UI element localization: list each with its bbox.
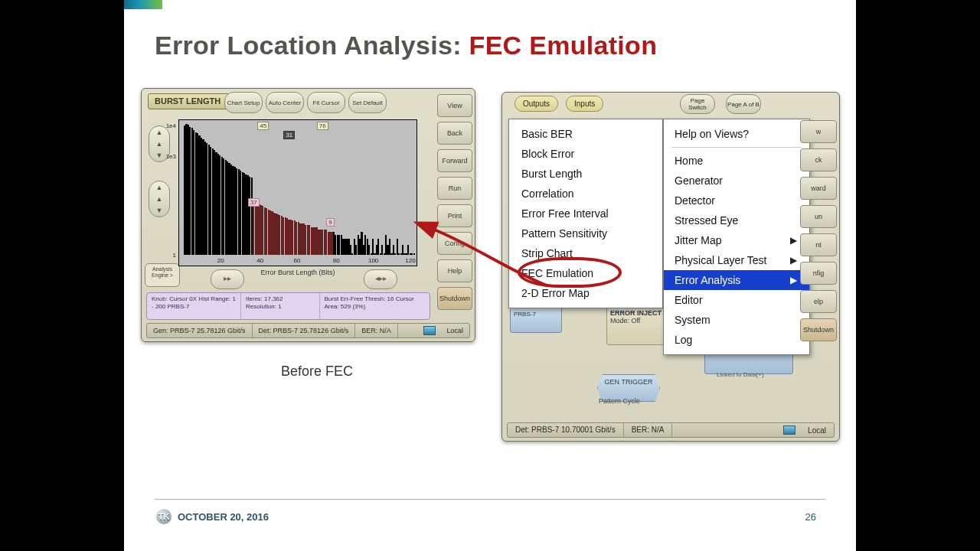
submenu-arrow-icon: ▶ (790, 275, 797, 285)
menu-help-on-views[interactable]: Help on Views? (664, 124, 809, 144)
ber-status-r: BER: N/A (624, 423, 673, 437)
analysis-engine-button[interactable]: Analysis Engine > (145, 263, 180, 287)
x-tick: 100 (368, 257, 378, 264)
back-button[interactable]: Back (437, 122, 472, 145)
menu-generator[interactable]: Generator (664, 171, 809, 191)
sb-r-1[interactable]: ck (800, 148, 837, 171)
bottom-status-bar-right: Det: PRBS-7 10.70001 Gbit/s BER: N/A Loc… (507, 422, 835, 438)
x-tick: 80 (333, 257, 340, 264)
histogram-plot: 1e4 1e3 1 20 40 60 80 100 120 45 76 31 (178, 119, 417, 266)
slide-title: Error Location Analysis: FEC Emulation (155, 31, 657, 60)
status-panel: Knob: Cursor 0X Hist Range: 1 - 200 PRBS… (146, 292, 430, 320)
menu-editor[interactable]: Editor (664, 290, 809, 310)
det-status-r: Det: PRBS-7 10.70001 Gbit/s (508, 423, 624, 437)
forward-button[interactable]: ◂▸▸ (364, 269, 397, 289)
callout-arrow (424, 213, 562, 312)
menu-physical-layer-test[interactable]: Physical Layer Test▶ (664, 250, 809, 270)
submenu-arrow-icon: ▶ (790, 235, 797, 246)
chart-setup-button[interactable]: Chart Setup (224, 92, 263, 113)
local-label-r: Local (800, 426, 834, 435)
menu-separator (671, 147, 802, 148)
footer-page-number: 26 (805, 511, 816, 523)
forward-nav-button[interactable]: Forward (437, 149, 472, 172)
menu-correlation[interactable]: Correlation (509, 184, 662, 204)
cursor-delta-label: 31 (283, 131, 295, 139)
tab-outputs[interactable]: Outputs (514, 96, 558, 112)
status-col-1: Knob: Cursor 0X Hist Range: 1 - 200 PRBS… (147, 293, 241, 319)
title-emphasis: FEC Emulation (469, 31, 658, 60)
submenu-arrow-icon: ▶ (790, 255, 797, 266)
set-default-button[interactable]: Set Default (348, 92, 387, 113)
footer-date: OCTOBER 20, 2016 (178, 511, 269, 523)
linked-label: Linked to Data(+) (717, 371, 764, 378)
pattern-cycle-label: Pattern Cycle (599, 397, 640, 405)
sb-r-0[interactable]: w (800, 120, 837, 143)
chart-toolbar: Chart Setup Auto Center Fit Cursor Set D… (224, 92, 387, 113)
status-led-icon-r (783, 425, 795, 435)
sb-r-2[interactable]: ward (800, 177, 837, 200)
local-label: Local (440, 327, 469, 334)
transport-right: ◂▸▸ (364, 269, 397, 289)
chart-title: BURST LENGTH (155, 96, 220, 106)
x-tick: 120 (405, 257, 415, 264)
gen-status: Gen: PRBS-7 25.78126 Gbit/s (147, 324, 253, 337)
histogram-bars (184, 123, 415, 255)
run-button[interactable]: Run (437, 177, 472, 200)
rewind-button[interactable]: ▸▸ (211, 269, 244, 289)
menu-burst-length[interactable]: Burst Length (509, 164, 662, 184)
auto-center-button[interactable]: Auto Center (266, 92, 304, 113)
menu-stressed-eye[interactable]: Stressed Eye (664, 210, 809, 230)
page-switch-button[interactable]: Page Switch (680, 94, 715, 114)
status-col-2: Items: 17,362 Resolution: 1 (241, 293, 320, 319)
view-button[interactable]: View (437, 94, 472, 117)
bottom-status-bar-left: Gen: PRBS-7 25.78126 Gbit/s Det: PRBS-7 … (146, 323, 470, 338)
cursor-label-left: 45 (257, 122, 269, 130)
tab-inputs[interactable]: Inputs (566, 96, 603, 112)
menu-log[interactable]: Log (664, 330, 809, 350)
sb-r-shutdown[interactable]: Shutdown (800, 318, 837, 341)
x-tick: 40 (256, 257, 263, 264)
menu-home[interactable]: Home (664, 151, 809, 171)
side-buttons-right-shot: w ck ward un nt nfig elp Shutdown (800, 120, 837, 341)
sb-r-5[interactable]: nfig (800, 262, 837, 285)
fit-cursor-button[interactable]: Fit Cursor (307, 92, 345, 113)
menu-basic-ber[interactable]: Basic BER (509, 124, 662, 144)
y-axis: 1e4 1e3 1 (159, 123, 178, 255)
cursor-label-right: 76 (317, 122, 328, 130)
y-tick: 1 (173, 252, 176, 259)
main-view-menu: Help on Views? HomeGeneratorDetectorStre… (663, 119, 810, 355)
det-status: Det: PRBS-7 25.78126 Gbit/s (253, 324, 356, 337)
ber-status: BER: N/A (355, 324, 398, 337)
top-tabs: Outputs Inputs (514, 96, 603, 112)
tk-logo: TK (156, 509, 172, 524)
x-tick: 60 (294, 257, 301, 264)
status-col-3: Burst Err-Free Thresh: 16 Cursor Area: 5… (320, 293, 430, 319)
menu-jitter-map[interactable]: Jitter Map▶ (664, 230, 809, 250)
brand-stripe (124, 0, 162, 9)
status-led-icon (423, 326, 436, 335)
menu-system[interactable]: System (664, 310, 809, 330)
menu-error-analysis[interactable]: Error Analysis▶ (664, 270, 809, 290)
pink-marker-b: 9 (326, 218, 334, 227)
menu-detector[interactable]: Detector (664, 191, 809, 210)
menu-block-error[interactable]: Block Error (509, 144, 662, 164)
x-tick: 20 (217, 257, 224, 264)
title-plain: Error Location Analysis: (155, 31, 469, 60)
sb-r-6[interactable]: elp (800, 290, 837, 313)
transport-left: ▸▸ (211, 269, 244, 289)
before-fec-caption: Before FEC (281, 364, 353, 380)
sb-r-4[interactable]: nt (800, 233, 837, 256)
page-aofb-button[interactable]: Page A of B (726, 94, 761, 114)
page-controls: Page Switch Page A of B (680, 94, 761, 114)
footer-rule (155, 499, 825, 500)
y-tick: 1e4 (166, 122, 176, 129)
y-tick: 1e3 (166, 153, 176, 160)
sb-r-3[interactable]: un (800, 205, 837, 228)
x-axis: 20 40 60 80 100 120 (184, 256, 415, 264)
pink-marker-a: 37 (248, 198, 260, 207)
